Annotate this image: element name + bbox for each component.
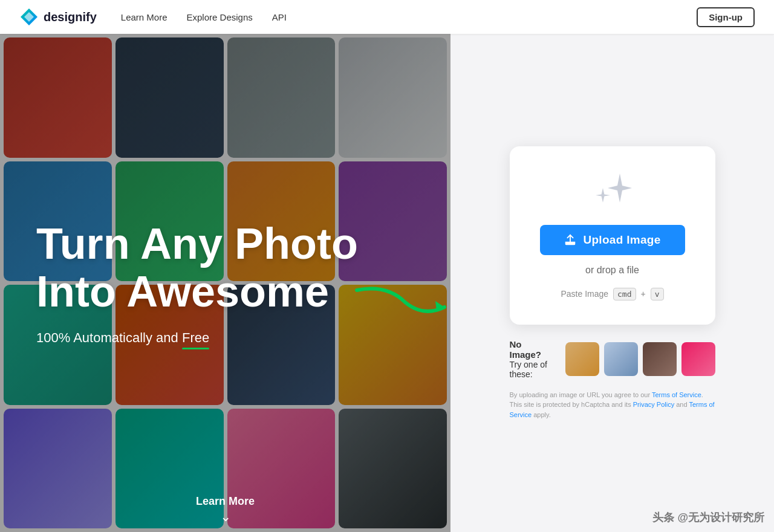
plus-sign: + — [641, 289, 646, 299]
or-drop-text: or drop a file — [585, 265, 639, 276]
upload-button-label: Upload Image — [583, 233, 660, 247]
chevron-down-icon[interactable]: ⌄ — [220, 510, 231, 524]
learn-more-bottom[interactable]: Learn More ⌄ — [0, 486, 450, 532]
kbd-v: v — [651, 288, 664, 300]
paste-area: Paste Image cmd + v — [561, 288, 663, 300]
kbd-cmd: cmd — [613, 288, 636, 300]
sample-image-1[interactable] — [565, 342, 599, 376]
signup-button[interactable]: Sign-up — [697, 7, 755, 27]
no-image-subtext: Try one of these: — [510, 360, 556, 379]
privacy-link[interactable]: Privacy Policy — [633, 401, 674, 408]
no-image-section: No Image? Try one of these: — [510, 339, 715, 420]
watermark: 头条 @无为设计研究所 — [652, 510, 764, 525]
hero-subtitle: 100% Automatically and Free — [36, 330, 375, 346]
nav-link-api[interactable]: API — [272, 12, 287, 22]
sample-image-4[interactable] — [681, 342, 715, 376]
no-image-header-area: No Image? Try one of these: — [510, 339, 715, 379]
nav-links: Learn More Explore Designs API — [121, 12, 697, 22]
sample-image-2[interactable] — [604, 342, 638, 376]
no-image-header: No Image? — [510, 339, 556, 360]
sample-images — [565, 342, 715, 376]
nav-link-learn-more[interactable]: Learn More — [121, 12, 167, 22]
upload-card: Upload Image or drop a file Paste Image … — [510, 146, 715, 325]
learn-more-label[interactable]: Learn More — [196, 495, 255, 508]
hero-title: Turn Any Photo Into Awesome — [36, 220, 375, 316]
legal-text: By uploading an image or URL you agree t… — [510, 390, 715, 420]
paste-label: Paste Image — [561, 289, 608, 299]
green-arrow — [351, 278, 460, 326]
sparkles-icon — [588, 170, 637, 215]
sample-image-3[interactable] — [643, 342, 677, 376]
right-panel: Upload Image or drop a file Paste Image … — [450, 34, 774, 532]
logo-text: designify — [44, 10, 97, 24]
tos-link[interactable]: Terms of Service — [652, 391, 701, 398]
hero-text-area: Turn Any Photo Into Awesome 100% Automat… — [0, 34, 411, 384]
free-text: Free — [182, 330, 209, 346]
logo[interactable]: designify — [19, 7, 97, 27]
logo-icon — [19, 7, 39, 27]
upload-image-button[interactable]: Upload Image — [540, 225, 685, 255]
navbar: designify Learn More Explore Designs API… — [0, 0, 774, 34]
nav-link-explore[interactable]: Explore Designs — [187, 12, 253, 22]
upload-icon — [564, 233, 577, 247]
